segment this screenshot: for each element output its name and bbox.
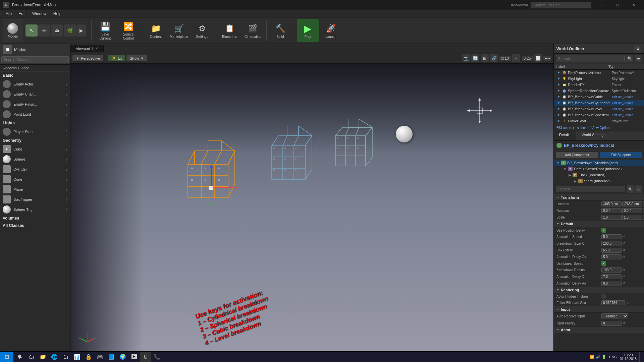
player-start-info[interactable]: ? — [65, 130, 67, 134]
dp-filter-btn[interactable]: ☰ — [635, 185, 642, 193]
taskbar-note-btn[interactable]: 📘 — [106, 352, 117, 362]
class-empty-char[interactable]: Empty Char... ? — [0, 89, 70, 99]
angle-btn[interactable]: △ — [512, 54, 520, 62]
dp-tab-world-settings[interactable]: World Settings — [576, 131, 611, 140]
empty-pawn-info[interactable]: ? — [65, 103, 67, 106]
search-classes-input[interactable] — [1, 56, 69, 63]
scale-y-input[interactable] — [622, 215, 642, 220]
build-btn[interactable]: 🔨 Build — [269, 19, 291, 42]
wo-item-bp-spherical[interactable]: 👁 📋 BP_BreakdownSpherical Edit BP_Breake — [554, 112, 644, 118]
class-player-start[interactable]: Player Start ? — [0, 127, 70, 137]
taskbar-ps-btn[interactable]: 🅿 — [129, 352, 140, 362]
wo-item-postprocess[interactable]: 👁 📦 PostProcessVolume PostProcessVol — [554, 70, 644, 76]
source-control-btn[interactable]: 🔀 Source Control — [117, 19, 139, 42]
wo-item-bp-cylindrical[interactable]: 👁 📋 BP_BreakdownCylindrical Edit BP_Brea… — [554, 100, 644, 106]
breakdown-radius-input[interactable] — [601, 267, 622, 273]
animation-delay-x-reset[interactable]: ↺ — [623, 275, 627, 279]
lit-btn[interactable]: 🔆 Lit — [108, 55, 125, 61]
empty-char-info[interactable]: ? — [65, 93, 67, 96]
grid-btn[interactable]: ⊞ — [481, 54, 489, 62]
cylinder-info[interactable]: ? — [65, 168, 67, 171]
viewport-3d[interactable]: X Y Z Use keys for activation: 1 – Cylin… — [70, 64, 553, 362]
close-button[interactable]: ✕ — [626, 0, 641, 10]
settings-btn[interactable]: ⚙ Settings — [191, 19, 213, 42]
animation-delay-ra-input[interactable] — [601, 281, 622, 286]
use-position-delay-checkbox[interactable]: ✓ — [601, 228, 606, 233]
wo-list-btn[interactable]: ☰ — [635, 55, 642, 62]
dp-tab-details[interactable]: Details — [554, 131, 576, 140]
cinematics-btn[interactable]: 🎬 Cinematics — [242, 19, 264, 42]
dp-section-transform[interactable]: ▼ Transform — [554, 194, 644, 201]
class-empty-pawn[interactable]: Empty Pawn... ? — [0, 99, 70, 109]
menu-file[interactable]: File — [3, 11, 14, 17]
viewport-close-btn[interactable]: ✕ — [95, 47, 98, 50]
taskbar-chrome-btn[interactable]: 🌍 — [117, 352, 128, 362]
show-desktop-btn[interactable] — [639, 352, 641, 362]
breakdown-size-x-input[interactable] — [601, 241, 622, 246]
cube-1-selected[interactable] — [181, 137, 241, 211]
rotation-x-input[interactable] — [601, 208, 622, 213]
category-volumes[interactable]: Volumes — [0, 215, 70, 222]
wo-spherereflect-vis-icon[interactable]: 👁 — [556, 88, 560, 93]
edit-blueprint-btn[interactable]: Edit Blueprint — [600, 152, 642, 158]
wo-bp-cylindrical-vis-icon[interactable]: 👁 — [556, 101, 560, 105]
wo-bp-spherical-vis-icon[interactable]: 👁 — [556, 113, 560, 117]
help-search-input[interactable] — [531, 2, 591, 8]
wo-search-input[interactable] — [556, 55, 625, 62]
class-cube[interactable]: ■ Cube ? — [0, 144, 70, 154]
play-btn[interactable]: ▶ Play — [297, 19, 319, 42]
wo-search-btn[interactable]: 🔍 — [626, 55, 633, 62]
wo-item-playerstart[interactable]: 👁 🚶 PlayerStart PlayerStart — [554, 118, 644, 124]
more-modes-btn[interactable]: ▶ — [76, 24, 86, 37]
marketplace-btn[interactable]: 🛒 Marketplace — [168, 19, 190, 42]
wo-renderfx-vis-icon[interactable]: 👁 — [556, 82, 560, 87]
dp-section-input[interactable]: ▼ Input — [554, 306, 644, 313]
taskbar-start-btn[interactable]: ⊞ — [0, 352, 13, 362]
input-priority-input[interactable] — [601, 321, 622, 326]
animation-delay-ov-reset[interactable]: ↺ — [623, 255, 627, 259]
taskbar-explorer-btn[interactable]: 📁 — [38, 352, 48, 362]
wo-settings-btn[interactable]: ⚙ — [634, 45, 641, 53]
select-mode-btn[interactable]: ↖ — [25, 24, 38, 37]
dp-search-input[interactable] — [556, 186, 625, 192]
scale-x-input[interactable] — [601, 215, 622, 220]
modes-btn[interactable]: ☰ — [3, 45, 12, 54]
sphere-trig-info[interactable]: ? — [65, 208, 67, 212]
wo-skylight-vis-icon[interactable]: 👁 — [556, 76, 560, 81]
class-cylinder[interactable]: Cylinder ? — [0, 164, 70, 174]
rotation-y-input[interactable] — [622, 208, 642, 213]
taskbar-skype-btn[interactable]: 📞 — [152, 352, 162, 362]
class-plane[interactable]: Plane ? — [0, 184, 70, 194]
class-sphere-trig[interactable]: Sphere Trig ? — [0, 204, 70, 215]
breakdown-size-x-reset[interactable]: ↺ — [623, 242, 627, 246]
add-component-btn[interactable]: Add Component — [556, 152, 598, 158]
category-geometry[interactable]: Geometry — [0, 137, 70, 144]
blueprints-btn[interactable]: 📋 Blueprints — [219, 19, 240, 42]
category-lights[interactable]: Lights — [0, 119, 70, 127]
network-icon[interactable]: 📶 — [590, 355, 594, 359]
class-point-light[interactable]: Point Light ? — [0, 109, 70, 119]
taskbar-cortana-btn[interactable]: 🗣 — [15, 352, 25, 362]
maximize-viewport-btn[interactable]: ⬜ — [534, 54, 542, 62]
category-all-classes[interactable]: All Classes — [0, 222, 70, 229]
wo-bp-cubic-vis-icon[interactable]: 👁 — [556, 95, 560, 99]
animation-delay-ra-reset[interactable]: ↺ — [623, 282, 627, 286]
class-empty-actor[interactable]: Empty Actor ? — [0, 79, 70, 89]
taskbar-security-btn[interactable]: 🔒 — [83, 352, 94, 362]
box-trigger-info[interactable]: ? — [65, 198, 67, 201]
modes-selector[interactable]: Modes — [3, 19, 23, 42]
wo-view-options[interactable]: View Options — [592, 126, 611, 130]
wo-playerstart-vis-icon[interactable]: 👁 — [556, 119, 560, 123]
box-extent-reset[interactable]: ↺ — [623, 248, 627, 252]
auto-receive-input-select[interactable]: Disabled Player 0 — [601, 313, 628, 319]
taskbar-calc-btn[interactable]: 📊 — [72, 352, 83, 362]
taskbar-browser-btn[interactable]: 🌐 — [49, 352, 60, 362]
viewport-tab-1[interactable]: Viewport 1 ✕ — [70, 45, 104, 52]
location-y-input[interactable] — [622, 201, 642, 206]
cube-2[interactable] — [268, 126, 319, 193]
minimize-button[interactable]: — — [594, 0, 609, 10]
perspective-btn[interactable]: ▼ Perspective — [72, 55, 103, 61]
volume-icon[interactable]: 🔊 — [596, 355, 600, 359]
dp-section-default[interactable]: ▼ Default — [554, 221, 644, 227]
box-extent-input[interactable] — [601, 248, 622, 253]
